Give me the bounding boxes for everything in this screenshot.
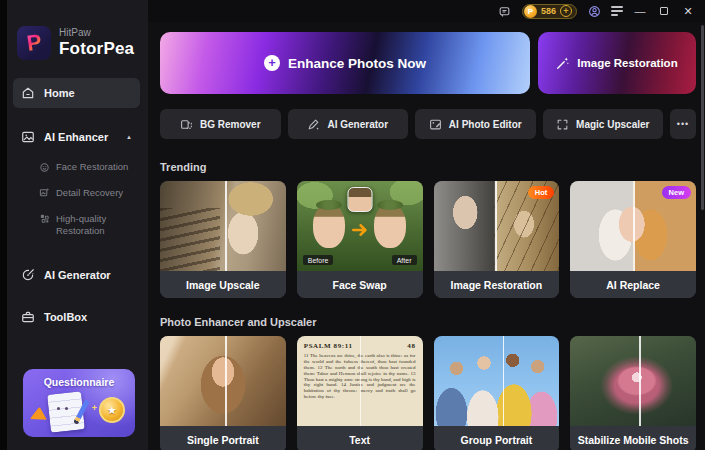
brand-product: FotorPea <box>59 39 134 59</box>
coin-balance: 586 <box>541 6 556 16</box>
questionnaire-label: Questionnaire <box>23 376 135 388</box>
card-label: Text <box>297 426 423 450</box>
coin-icon: P <box>524 5 537 18</box>
main-content: + Enhance Photos Now Image Restoration B… <box>148 22 705 450</box>
sidebar-item-label: ToolBox <box>44 311 87 323</box>
card-image-upscale[interactable]: Image Upscale <box>160 181 286 298</box>
plus-icon: + <box>264 55 280 71</box>
magic-upscaler-button[interactable]: Magic Upscaler <box>543 109 664 139</box>
sidebar-item-face-restoration[interactable]: Face Restoration <box>13 156 140 178</box>
card-thumbnail: PSALM 89:11 48 11 The heavens are thine,… <box>297 336 423 426</box>
feedback-icon[interactable] <box>498 4 512 18</box>
card-label: Stabilize Mobile Shots <box>570 426 696 450</box>
card-label: Group Portrait <box>434 426 560 450</box>
arrow-right-icon <box>352 222 368 234</box>
card-group-portrait[interactable]: Group Portrait <box>434 336 560 450</box>
add-coins-icon[interactable]: + <box>560 5 572 17</box>
sidebar-nav: Home AI Enhancer ▲ Face Restoration <box>13 78 140 332</box>
new-badge: New <box>662 186 691 199</box>
coin-balance-badge[interactable]: P 586 + <box>522 4 577 19</box>
card-single-portrait[interactable]: Single Portrait <box>160 336 286 450</box>
high-quality-restoration-icon <box>39 213 50 224</box>
enhancer-cards: Single Portrait PSALM 89:11 48 11 The he… <box>160 336 696 450</box>
detail-recovery-icon <box>39 187 50 198</box>
bg-remover-icon <box>180 118 193 131</box>
ai-enhancer-icon <box>21 130 35 144</box>
notepad-face <box>57 407 71 414</box>
section-title: Photo Enhancer and Upscaler <box>160 316 696 328</box>
before-chip: Before <box>303 255 334 265</box>
ai-photo-editor-icon <box>429 118 442 131</box>
trending-cards: Image Upscale Before After Face Swap <box>160 181 696 298</box>
before-after-divider <box>639 336 641 426</box>
sidebar-item-toolbox[interactable]: ToolBox <box>13 302 140 332</box>
titlebar: P 586 + — ✕ <box>148 0 705 22</box>
before-after-divider <box>360 336 362 426</box>
sidebar-item-label: High-quality Restoration <box>56 213 136 237</box>
tool-label: AI Generator <box>327 119 388 130</box>
face-restoration-icon <box>39 162 50 173</box>
card-thumbnail <box>160 336 286 426</box>
sidebar-item-home[interactable]: Home <box>13 78 140 108</box>
ai-generator-tool-button[interactable]: AI Generator <box>288 109 409 139</box>
trending-section: Trending Image Upscale Before <box>160 161 696 298</box>
card-label: Single Portrait <box>160 426 286 450</box>
card-label: Image Upscale <box>160 271 286 298</box>
before-after-divider <box>495 181 497 271</box>
sidebar: P HitPaw FotorPea Home AI Enhancer ▲ <box>0 0 148 450</box>
ai-generator-tool-icon <box>307 118 320 131</box>
app-logo: P HitPaw FotorPea <box>17 26 140 60</box>
maximize-button[interactable] <box>657 4 671 18</box>
photo-enhancer-section: Photo Enhancer and Upscaler Single Portr… <box>160 316 696 450</box>
image-restoration-label: Image Restoration <box>577 57 677 69</box>
page-heading: PSALM 89:11 <box>304 342 353 350</box>
sidebar-item-label: Home <box>44 87 75 99</box>
account-icon[interactable] <box>587 4 601 18</box>
enhance-photos-button[interactable]: + Enhance Photos Now <box>160 32 530 94</box>
magic-upscaler-icon <box>556 118 569 131</box>
sidebar-item-detail-recovery[interactable]: Detail Recovery <box>13 182 140 204</box>
home-icon <box>21 86 35 100</box>
card-image-restoration[interactable]: Hot Image Restoration <box>434 181 560 298</box>
after-chip: After <box>392 255 417 265</box>
sidebar-item-label: AI Generator <box>44 269 111 281</box>
card-text[interactable]: PSALM 89:11 48 11 The heavens are thine,… <box>297 336 423 450</box>
card-label: Image Restoration <box>434 271 560 298</box>
sidebar-item-ai-enhancer[interactable]: AI Enhancer ▲ <box>13 122 140 152</box>
ai-generator-icon <box>21 268 35 282</box>
coin-illustration: ★ <box>99 397 125 423</box>
section-title: Trending <box>160 161 696 173</box>
close-button[interactable]: ✕ <box>681 4 695 18</box>
questionnaire-banner[interactable]: Questionnaire + ★ <box>23 369 135 437</box>
minimize-button[interactable]: — <box>633 4 647 18</box>
card-stabilize-mobile-shots[interactable]: Stabilize Mobile Shots <box>570 336 696 450</box>
collapse-arrow-icon[interactable]: ▲ <box>126 134 132 140</box>
face-before <box>313 204 345 248</box>
tool-label: BG Remover <box>200 119 261 130</box>
sidebar-item-high-quality-restoration[interactable]: High-quality Restoration <box>13 208 140 242</box>
hot-badge: Hot <box>528 186 555 199</box>
scrollbar-thumb[interactable] <box>701 25 704 210</box>
card-face-swap[interactable]: Before After Face Swap <box>297 181 423 298</box>
menu-icon[interactable] <box>611 6 623 16</box>
card-ai-replace[interactable]: New AI Replace <box>570 181 696 298</box>
more-tools-button[interactable]: ••• <box>670 109 696 139</box>
hero-row: + Enhance Photos Now Image Restoration <box>160 32 696 94</box>
card-label: AI Replace <box>570 271 696 298</box>
before-after-divider <box>225 181 227 271</box>
before-after-divider <box>633 181 635 271</box>
ai-photo-editor-button[interactable]: AI Photo Editor <box>415 109 536 139</box>
sidebar-item-ai-generator[interactable]: AI Generator <box>13 260 140 290</box>
enhance-photos-label: Enhance Photos Now <box>288 56 426 71</box>
ai-enhancer-subnav: Face Restoration Detail Recovery High-qu… <box>13 156 140 242</box>
swap-source-inset <box>347 187 372 212</box>
bg-remover-button[interactable]: BG Remover <box>160 109 281 139</box>
swoosh-decoration <box>30 406 51 427</box>
face-after <box>374 204 406 248</box>
tool-label: Magic Upscaler <box>576 119 649 130</box>
image-restoration-button[interactable]: Image Restoration <box>538 32 696 94</box>
card-thumbnail <box>160 181 286 271</box>
card-thumbnail <box>434 336 560 426</box>
before-after-divider <box>503 336 505 426</box>
logo-icon: P <box>17 26 51 60</box>
